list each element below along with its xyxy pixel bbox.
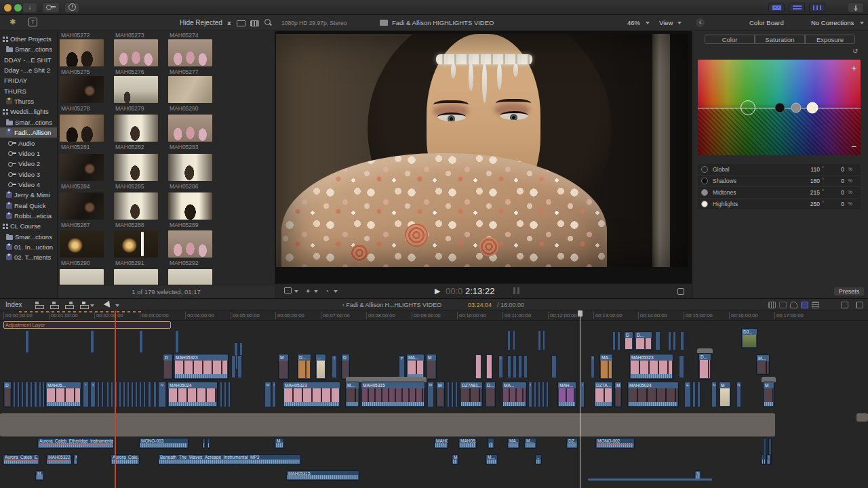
video-clip[interactable]: D... [635,331,652,350]
range-handle[interactable] [513,287,515,294]
timeline-mini-clip[interactable] [143,382,146,407]
tab-saturation[interactable]: Saturation [755,35,805,44]
timeline-mini-clip[interactable] [507,355,511,378]
timeline-mini-clip[interactable]: N [736,382,741,407]
audio-clip[interactable]: M... [524,438,536,449]
timeline-mini-clip[interactable] [135,382,138,407]
sidebar-item-cl-course[interactable]: CL Course [0,221,58,231]
sidebar-item-robbi-eticia[interactable]: Robbi...eticia [0,211,58,221]
timeline-mini-clip[interactable] [612,331,616,350]
timeline-mini-clip[interactable] [538,382,540,407]
browser-clip-thumbnail[interactable] [114,76,158,103]
audio-clip[interactable]: DZ... [566,438,578,449]
timeline-mini-clip[interactable]: F [399,355,405,378]
timeline-mini-clip[interactable] [668,331,671,350]
timeline-mini-clip[interactable] [224,382,226,407]
timeline-mini-clip[interactable] [680,331,684,350]
audio-clip[interactable]: M... [486,454,498,465]
timeline-mini-clip[interactable] [13,382,16,407]
audio-clip[interactable] [202,438,205,449]
increase-icon[interactable]: + [851,64,856,73]
photos-audio-sidebar-icon[interactable]: ✱ [9,18,16,26]
video-clip[interactable]: D... [485,382,496,407]
timeline-mini-clip[interactable] [139,382,142,407]
browser-clip-thumbnail[interactable] [168,76,212,103]
tab-exposure[interactable]: Exposure [805,35,855,44]
audio-clip[interactable]: ! [766,454,771,465]
video-clip[interactable]: DJ... [741,328,757,348]
adjustment-layer-clip[interactable]: Adjustment Layer [3,321,171,329]
timeline-mini-clip[interactable] [90,330,94,353]
retime-tools-icon[interactable]: ◔ [325,287,329,295]
timeline-mini-clip[interactable] [542,330,545,350]
video-clip[interactable]: M [763,382,774,407]
audio-clip[interactable]: MAH05322 [46,454,72,465]
timeline-mini-clip[interactable]: M [427,382,434,407]
sidebar-item-friday[interactable]: FRIDAY [0,75,58,85]
sidebar-item-02-t-ntents[interactable]: 02. T...ntents [0,252,58,262]
midtones-puck[interactable] [791,102,801,113]
video-clip[interactable]: D [624,331,633,350]
insert-clip-icon[interactable] [50,302,58,309]
browser-clip-thumbnail[interactable] [114,115,158,142]
timeline-mini-clip[interactable] [237,355,242,378]
video-clip[interactable]: D [163,354,173,380]
browser-clip-thumbnail[interactable] [168,230,212,258]
timeline-mini-clip[interactable] [447,382,450,407]
audio-clip[interactable]: Beneath_The_Waves_Acreage_Instrumental_M… [158,454,301,465]
timeline-mini-clip[interactable] [119,382,121,407]
browser-clip-thumbnail[interactable] [114,39,158,66]
browser-clip-thumbnail[interactable] [60,230,104,258]
video-clip[interactable]: D... [698,353,711,380]
video-clip[interactable]: M [278,354,289,380]
video-clip[interactable]: M [719,382,731,407]
browser-clip-thumbnail[interactable] [60,192,104,220]
timeline-mini-clip[interactable] [542,382,545,407]
video-clip[interactable]: MAH05024 [627,382,679,407]
overwrite-clip-icon[interactable] [80,302,87,309]
sidebar-item-dday-e-shit-2[interactable]: Dday -...e Shit 2 [0,65,58,75]
video-clip[interactable]: MAH... [557,382,576,407]
sidebar-item-video-3[interactable]: Video 3 [0,169,58,180]
timeline-mini-clip[interactable] [231,355,236,378]
browser-clip-thumbnail[interactable] [168,115,212,142]
timeline-mini-clip[interactable] [692,382,696,407]
snapping-toggle-icon[interactable] [801,302,808,308]
sidebar-item-smar-ctions[interactable]: Smar...ctions [0,232,58,242]
audio-clip[interactable]: N [73,454,78,465]
tab-color[interactable]: Color [705,35,755,44]
timeline-mini-clip[interactable] [220,382,222,407]
keyword-editor-button[interactable] [42,2,60,13]
timeline-mini-clip[interactable] [455,382,458,407]
timeline-mini-clip[interactable] [551,355,557,378]
browser-clip-thumbnail[interactable] [60,154,104,181]
video-clip[interactable]: MA... [406,354,425,380]
timeline-mini-clip[interactable] [148,382,151,407]
browser-clip-thumbnail[interactable] [168,39,212,66]
video-clip[interactable]: M... [345,382,359,407]
show-timeline-button[interactable] [789,3,805,12]
timeline-mini-clip[interactable] [175,330,179,353]
timeline-mini-clip[interactable] [153,382,157,407]
sidebar-item-audio[interactable]: Audio [0,138,58,148]
audio-clip[interactable]: MONO-003 [139,438,189,449]
video-clip[interactable]: M... [756,354,770,375]
viewer-video-frame[interactable] [276,34,688,267]
video-clip[interactable]: D [3,382,12,407]
browser-clip-thumbnail[interactable] [168,154,212,181]
color-control-row-midtones[interactable]: Midtones215°0% [698,187,861,199]
browser-clip-thumbnail[interactable] [114,154,158,181]
audio-clip[interactable]: MA... [507,438,519,449]
timeline-mini-clip[interactable] [538,330,541,350]
timeline-mini-clip[interactable]: ! [580,382,585,407]
timeline-mini-clip[interactable] [127,382,130,407]
sidebar-item-video-2[interactable]: Video 2 [0,159,58,169]
audio-clip[interactable]: Aurora_Caleb_E... [3,454,39,465]
video-clip[interactable]: ... [315,354,326,380]
timeline-mini-clip[interactable] [106,382,109,407]
background-tasks-button[interactable] [64,2,79,13]
audio-clip[interactable]: M [452,454,458,465]
browser-clip-thumbnail[interactable] [60,39,104,66]
timeline-mini-clip[interactable] [513,355,517,378]
timeline-mini-clip[interactable] [17,382,20,407]
